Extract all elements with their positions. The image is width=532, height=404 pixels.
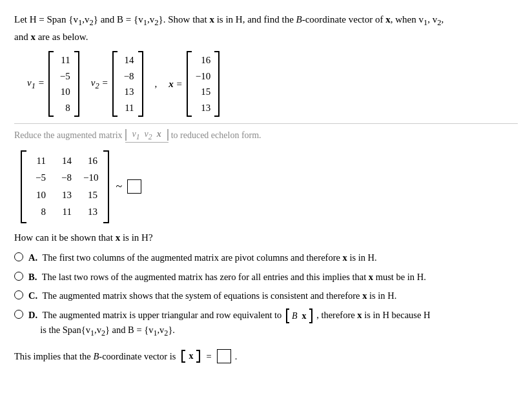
answer-matrix-box[interactable] [127,179,141,194]
aug-matrix: 11 14 16 −5 −8 −10 10 13 15 8 11 13 [21,150,109,223]
aug-r3c1: 10 [32,187,46,204]
radio-B[interactable] [14,272,23,281]
v2-r1: 14 [121,53,134,68]
v1-r1: 11 [57,53,70,68]
v1-matrix: 11 −5 10 8 [48,51,79,117]
b-coordinate-answer-box[interactable] [217,349,231,363]
vectors-display: v1 = 11 −5 10 8 v2 = 14 −8 13 11 , [27,51,518,117]
comma-sep: , [155,79,158,90]
option-C[interactable]: C. The augmented matrix shows that the s… [14,289,518,303]
v2-r3: 13 [121,85,134,99]
set-B-notation: {v1,v2} [134,14,163,25]
v2-r4: 11 [121,101,134,116]
v1-values: 11 −5 10 8 [54,51,74,117]
coord-bracket-right [196,350,200,363]
x-r2: −10 [196,69,210,84]
aug-r3c3: 15 [83,187,97,204]
options-list: A. The first two columns of the augmente… [14,251,518,339]
v1-group: v1 = 11 −5 10 8 [27,51,79,117]
v2-group: v2 = 14 −8 13 11 [91,51,143,117]
reduce-instruction: Reduce the augmented matrix v1 v2 x to r… [14,129,518,143]
aug-r1c2: 14 [57,153,72,170]
radio-A[interactable] [14,252,23,261]
v2-bracket-right [138,51,143,117]
set-H-notation: {v1,v2} [68,14,98,25]
intro-paragraph: Let H = Span {v1,v2} and B = {v1,v2}. Sh… [14,12,518,45]
v2-values: 14 −8 13 11 [118,51,138,117]
period: . [235,351,238,362]
x-bracket-left [187,51,192,117]
option-A-text: A. The first two columns of the augmente… [28,251,377,265]
x-r1: 16 [198,53,210,68]
aug-row-4: 8 11 13 [32,204,98,221]
aug-r4c1: 8 [32,204,46,221]
equals-sign: = [206,351,211,362]
v1-label: v1 = [27,77,45,91]
option-A[interactable]: A. The first two columns of the augmente… [14,251,518,265]
implies-section: This implies that the B-coordinate vecto… [14,349,518,363]
aug-r1c1: 11 [32,153,46,170]
aug-r2c2: −8 [57,170,72,187]
how-question: How can it be shown that x is in H? [14,232,518,243]
option-B[interactable]: B. The last two rows of the augmented ma… [14,270,518,285]
v1-r3: 10 [57,85,70,99]
reduce-suffix: to reduced echelon form. [171,130,261,141]
aug-matrix-section: 11 14 16 −5 −8 −10 10 13 15 8 11 13 [21,150,518,223]
option-D-inline-matrix: B x [286,308,312,323]
reduce-text-label: Reduce the augmented matrix [14,130,123,141]
aug-row-2: −5 −8 −10 [32,170,98,187]
option-D-bracket-right [309,308,312,323]
and-text: and [112,325,126,335]
x-group: x = 16 −10 15 13 [169,51,220,117]
aug-r2c1: −5 [32,170,46,187]
option-D-text: D. The augmented matrix is upper triangu… [28,308,431,339]
aug-bracket-right [103,150,109,223]
x-r3: 15 [198,85,210,99]
x-matrix: 16 −10 15 13 [187,51,220,117]
option-D[interactable]: D. The augmented matrix is upper triangu… [14,308,518,339]
option-D-matrix-content: B x [289,308,309,323]
aug-row-3: 10 13 15 [32,187,98,204]
x-label: x = [169,79,182,90]
v2-label: v2 = [91,77,108,91]
v2-matrix: 14 −8 13 11 [112,51,143,117]
option-B-text: B. The last two rows of the augmented ma… [28,270,426,285]
aug-row-1: 11 14 16 [32,153,98,170]
radio-D[interactable] [14,310,23,319]
coord-vector-notation: x [181,350,200,363]
option-C-text: C. The augmented matrix shows that the s… [28,289,396,303]
aug-r1c3: 16 [83,153,97,170]
v2-r2: −8 [121,69,134,84]
v1-r2: −5 [57,69,70,84]
implies-text-content: This implies that the B-coordinate vecto… [14,351,176,362]
radio-C[interactable] [14,290,23,299]
v2-bracket-left [112,51,118,117]
aug-bracket-left [21,150,26,223]
v1-bracket-right [74,51,79,117]
x-bracket-right [214,51,220,117]
tilde-symbol: ~ [116,180,122,194]
aug-label-text: v1 v2 x [128,129,165,141]
tilde-answer: ~ [116,179,141,194]
aug-r3c2: 13 [57,187,72,204]
aug-r4c2: 11 [57,204,72,221]
aug-r4c3: 13 [83,204,97,221]
aug-r2c3: −10 [83,170,98,187]
v1-r4: 8 [57,101,70,116]
reduce-section: Reduce the augmented matrix v1 v2 x to r… [14,123,518,223]
aug-matrix-inner: 11 14 16 −5 −8 −10 10 13 15 8 11 13 [26,150,103,223]
v1-bracket-left [48,51,54,117]
coord-inner-label: x [185,350,196,363]
x-values: 16 −10 15 13 [192,51,214,117]
augmented-matrix-label-wrapper: v1 v2 x [125,129,169,143]
x-r4: 13 [198,101,210,116]
